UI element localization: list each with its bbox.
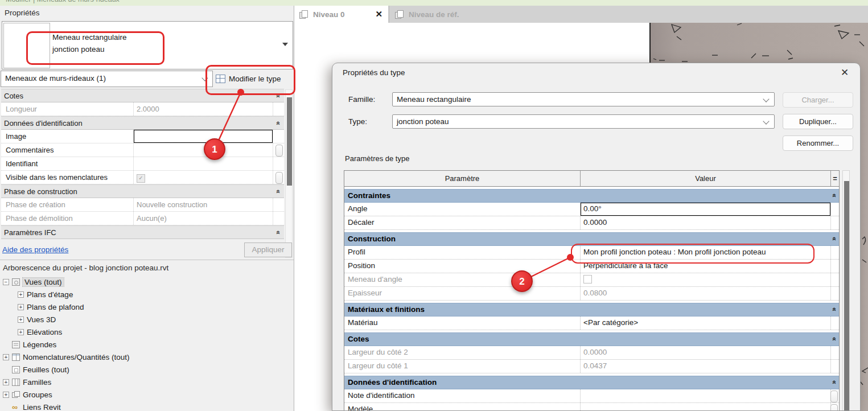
parameter-value[interactable] <box>134 130 273 143</box>
parameter-value[interactable]: 0.0000 <box>581 346 831 359</box>
parameter-value[interactable]: 0.0800 <box>581 287 831 300</box>
collapse-chevron-icon[interactable]: » <box>274 122 282 125</box>
tree-item-nomenclatures-quantit-s-tout-[interactable]: +Nomenclatures/Quantités (tout) <box>0 351 290 363</box>
expand-expander[interactable]: + <box>18 304 24 310</box>
collapse-chevron-icon[interactable]: » <box>274 94 282 98</box>
tab-close-icon[interactable]: ✕ <box>375 9 382 19</box>
collapse-chevron-icon[interactable]: » <box>830 194 838 198</box>
expand-expander[interactable]: + <box>3 392 9 398</box>
collapse-chevron-icon[interactable]: » <box>274 231 282 235</box>
element-filter-combobox[interactable]: Meneaux de murs-rideaux (1) <box>1 71 213 87</box>
parameter-value[interactable] <box>581 273 831 286</box>
tree-item-plans-d-tage[interactable]: +Plans d'étage <box>0 288 290 301</box>
family-combobox[interactable]: Meneau rectangulaire <box>392 92 775 106</box>
tree-item-el-vations[interactable]: +Elévations <box>0 326 290 338</box>
parameter-label: Visible dans les nomenclatures <box>1 171 134 184</box>
parameter-value[interactable]: ✓ <box>134 171 273 184</box>
column-header-value[interactable]: Valeur <box>581 171 831 186</box>
tree-item-liens-revit[interactable]: Liens Revit <box>0 401 290 411</box>
section-header-contraintes[interactable]: Contraintes» <box>344 189 839 203</box>
tree-item-groupes[interactable]: +Groupes <box>0 388 290 401</box>
section-header-cotes[interactable]: Cotes» <box>344 332 839 346</box>
dialog-scrollbar[interactable] <box>842 170 850 411</box>
properties-scrollbar[interactable] <box>285 89 293 258</box>
parameter-row-image: Image <box>1 130 284 143</box>
expand-pill-button[interactable] <box>830 404 838 411</box>
plan-view-icon <box>299 10 308 19</box>
tree-item-label[interactable]: Vues (tout) <box>23 278 64 286</box>
parameter-value[interactable] <box>134 157 273 170</box>
tree-item-label[interactable]: Liens Revit <box>23 403 61 411</box>
section-header-donn-es-d-identification[interactable]: Données d'identification» <box>1 116 284 130</box>
parameter-row-mat-riau: Matériau<Par catégorie> <box>344 317 839 330</box>
tree-item-label[interactable]: Plans d'étage <box>27 290 73 299</box>
parameter-value[interactable]: Aucun(e) <box>134 212 273 225</box>
section-header-param-tres-ifc[interactable]: Paramètres IFC» <box>1 225 284 239</box>
collapse-chevron-icon[interactable]: » <box>830 381 838 384</box>
column-header-parameter[interactable]: Paramètre <box>344 171 581 186</box>
tree-item-vues-tout-[interactable]: −Vues (tout) <box>0 276 290 288</box>
tree-item-vues-3d[interactable]: +Vues 3D <box>0 313 290 326</box>
type-selector-dropdown-icon[interactable] <box>282 43 288 46</box>
dialog-scrollbar-thumb[interactable] <box>844 181 849 411</box>
column-header-eq[interactable]: = <box>831 171 839 186</box>
expand-expander[interactable]: + <box>3 354 9 360</box>
expand-expander[interactable]: + <box>3 379 9 385</box>
expand-pill-button[interactable] <box>275 145 283 157</box>
tree-item-feuilles-tout-[interactable]: Feuilles (tout) <box>0 363 290 376</box>
expand-expander[interactable]: + <box>18 317 24 323</box>
tree-item-label[interactable]: Nomenclatures/Quantités (tout) <box>23 353 130 361</box>
expand-expander[interactable]: + <box>18 291 24 298</box>
expand-pill-button[interactable] <box>830 391 838 402</box>
section-header-construction[interactable]: Construction» <box>344 232 839 246</box>
dialog-close-icon[interactable]: ✕ <box>841 67 849 79</box>
tree-item-plans-de-plafond[interactable]: +Plans de plafond <box>0 301 290 313</box>
parameter-value[interactable]: Mon profil jonction poteau : Mon profil … <box>581 246 831 259</box>
collapse-chevron-icon[interactable]: » <box>830 237 838 241</box>
section-header-cotes[interactable]: Cotes» <box>1 89 284 102</box>
tree-item-label[interactable]: Feuilles (tout) <box>23 365 69 374</box>
view-tab-niveau-0[interactable]: Niveau 0✕ <box>294 6 388 23</box>
section-header-mat-riaux-et-finitions[interactable]: Matériaux et finitions» <box>344 303 839 317</box>
apply-button[interactable]: Appliquer <box>244 243 292 257</box>
parameter-value[interactable] <box>581 389 831 402</box>
row-end-cell <box>273 157 284 170</box>
collapse-chevron-icon[interactable]: » <box>830 338 838 341</box>
section-header-donn-es-d-identification[interactable]: Données d'identification» <box>344 376 839 389</box>
parameter-value[interactable]: <Par catégorie> <box>581 317 831 330</box>
collapse-chevron-icon[interactable]: » <box>830 308 838 311</box>
duplicate-button[interactable]: Dupliquer... <box>783 114 853 129</box>
expand-expander[interactable]: + <box>18 329 24 335</box>
tree-item-label[interactable]: Plans de plafond <box>27 303 84 311</box>
section-header-phase-de-construction[interactable]: Phase de construction» <box>1 184 284 198</box>
properties-help-link[interactable]: Aide des propriétés <box>2 245 68 254</box>
expand-pill-button[interactable] <box>275 172 283 184</box>
type-properties-dialog: Propriétés du type ✕ Famille: Meneau rec… <box>332 63 861 411</box>
properties-scrollbar-thumb[interactable] <box>287 97 292 186</box>
tree-item-label[interactable]: Familles <box>23 378 51 387</box>
parameter-value[interactable] <box>581 403 831 411</box>
parameter-value[interactable]: 0.00° <box>581 203 831 216</box>
collapse-chevron-icon[interactable]: » <box>274 190 282 194</box>
type-combobox[interactable]: jonction poteau <box>392 114 775 129</box>
parameter-row-identifiant: Identifiant <box>1 157 284 171</box>
tree-item-l-gendes[interactable]: Légendes <box>0 338 290 351</box>
edit-type-button[interactable]: Modifier le type <box>215 70 294 87</box>
parameter-value[interactable]: Nouvelle construction <box>134 198 273 211</box>
type-selector[interactable]: Meneau rectangulaire jonction poteau <box>2 21 293 69</box>
parameter-value[interactable]: Perpendiculaire à la face <box>581 260 831 273</box>
tree-item-familles[interactable]: +Familles <box>0 376 290 388</box>
tree-item-label[interactable]: Elévations <box>27 328 62 336</box>
parameter-value[interactable]: 0.0437 <box>581 360 831 373</box>
rename-button[interactable]: Renommer... <box>783 135 853 151</box>
tree-item-label[interactable]: Vues 3D <box>27 315 56 324</box>
checkbox-unchecked[interactable] <box>583 275 592 283</box>
parameter-value[interactable]: 2.0000 <box>134 102 273 116</box>
parameter-value[interactable]: 0.0000 <box>581 216 831 229</box>
tree-item-label[interactable]: Groupes <box>23 391 52 399</box>
load-button[interactable]: Charger... <box>783 92 853 108</box>
view-tab-niveau-de-r-f-[interactable]: Niveau de réf. <box>389 6 520 23</box>
checkbox-checked[interactable]: ✓ <box>137 174 145 183</box>
tree-item-label[interactable]: Légendes <box>23 340 56 349</box>
collapse-expander[interactable]: − <box>3 279 9 285</box>
